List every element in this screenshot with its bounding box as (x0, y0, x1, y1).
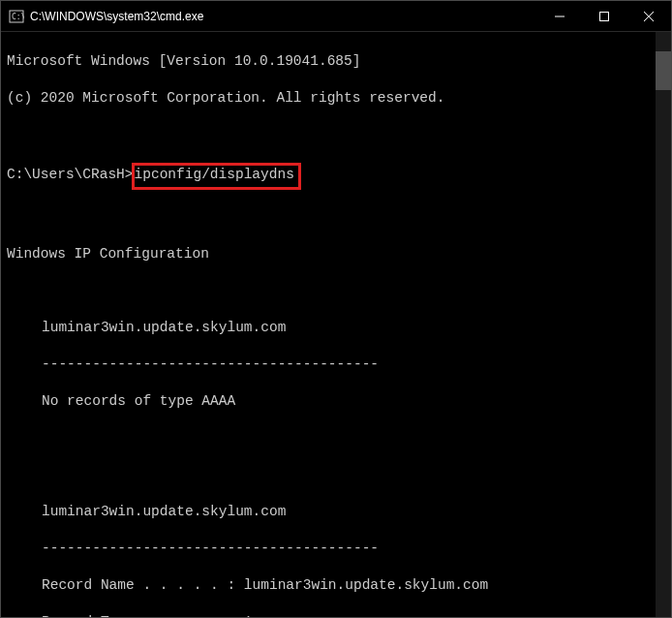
window-title: C:\WINDOWS\system32\cmd.exe (30, 10, 537, 23)
prompt-line: C:\Users\CRasH>ipconfig/displaydns (7, 163, 650, 190)
divider-1: ---------------------------------------- (7, 355, 650, 374)
divider-2: ---------------------------------------- (7, 540, 650, 558)
maximize-button[interactable] (582, 1, 626, 32)
prompt-path: C:\Users\CRasH> (7, 167, 134, 182)
svg-text:C:\: C:\ (12, 13, 24, 21)
record-type-2: Record Type . . . . . : 1 (7, 613, 650, 617)
vertical-scrollbar[interactable] (656, 32, 671, 617)
cmd-icon: C:\ (9, 9, 24, 24)
scrollbar-thumb[interactable] (656, 51, 671, 90)
window-controls (537, 1, 671, 32)
cmd-window: C:\ C:\WINDOWS\system32\cmd.exe Microsof… (0, 0, 672, 618)
command-highlight: ipconfig/displaydns (132, 163, 301, 190)
titlebar[interactable]: C:\ C:\WINDOWS\system32\cmd.exe (1, 1, 671, 32)
minimize-button[interactable] (537, 1, 582, 32)
dns-name-2: luminar3win.update.skylum.com (7, 503, 650, 521)
config-header: Windows IP Configuration (7, 245, 650, 263)
banner-line-2: (c) 2020 Microsoft Corporation. All righ… (7, 89, 650, 108)
terminal-area: Microsoft Windows [Version 10.0.19041.68… (1, 32, 671, 617)
close-button[interactable] (626, 1, 671, 32)
terminal-output[interactable]: Microsoft Windows [Version 10.0.19041.68… (1, 32, 656, 617)
command-text: ipconfig/displaydns (135, 167, 294, 182)
svg-rect-3 (600, 12, 609, 20)
dns-name-1: luminar3win.update.skylum.com (7, 319, 650, 337)
no-records-1: No records of type AAAA (7, 392, 650, 411)
record-name-2: Record Name . . . . . : luminar3win.upda… (7, 576, 650, 595)
banner-line-1: Microsoft Windows [Version 10.0.19041.68… (7, 52, 650, 71)
